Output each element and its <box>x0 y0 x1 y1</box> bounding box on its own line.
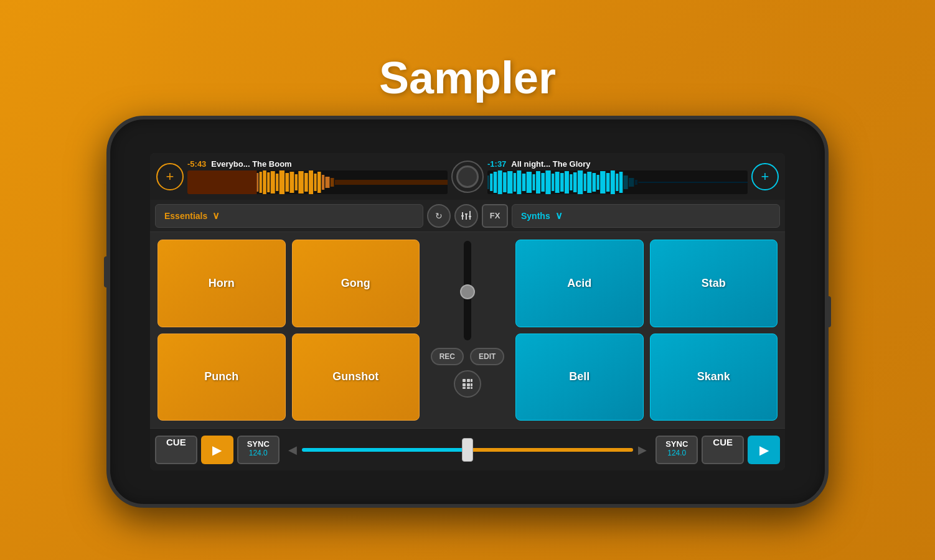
left-play-button[interactable]: ▶ <box>201 436 233 464</box>
svg-rect-29 <box>527 172 532 193</box>
add-right-button[interactable]: + <box>751 163 779 190</box>
add-left-button[interactable]: + <box>156 163 184 190</box>
synths-chevron-icon: ∨ <box>555 210 563 222</box>
svg-rect-57 <box>461 215 464 217</box>
crossfader-left-arrow-icon: ◀ <box>288 443 297 457</box>
device-frame: + -5:43 Everybo... The Boom <box>106 116 829 508</box>
loop-button[interactable]: ↻ <box>427 204 451 228</box>
pad-acid[interactable]: Acid <box>515 240 644 327</box>
svg-rect-0 <box>187 170 256 194</box>
svg-rect-59 <box>469 216 471 217</box>
svg-rect-17 <box>326 177 330 188</box>
edit-button[interactable]: EDIT <box>470 348 504 365</box>
crossfader-vertical[interactable] <box>464 241 471 340</box>
svg-rect-26 <box>514 173 516 192</box>
svg-rect-38 <box>570 174 572 190</box>
svg-rect-34 <box>552 174 554 191</box>
pad-skank[interactable]: Skank <box>650 334 778 421</box>
controls-bar: Essentials ∨ ↻ FX Synths ∨ <box>150 200 785 232</box>
svg-rect-16 <box>322 175 324 190</box>
svg-rect-46 <box>606 173 610 192</box>
synths-label: Synths <box>521 211 550 221</box>
crossfader-track[interactable] <box>302 448 633 452</box>
svg-rect-7 <box>280 170 284 194</box>
page-title: Sampler <box>379 52 556 103</box>
svg-rect-45 <box>600 171 605 194</box>
svg-rect-50 <box>624 175 628 189</box>
essentials-chevron-icon: ∨ <box>212 210 220 222</box>
svg-rect-20 <box>487 175 489 189</box>
left-sync-block[interactable]: SYNC 124.0 <box>237 436 280 464</box>
svg-rect-66 <box>463 387 466 389</box>
right-play-button[interactable]: ▶ <box>748 436 780 464</box>
left-sync-value: 124.0 <box>249 449 268 457</box>
svg-rect-60 <box>463 379 466 382</box>
svg-rect-11 <box>298 171 303 194</box>
svg-rect-35 <box>555 172 560 193</box>
pad-bell[interactable]: Bell <box>515 334 644 421</box>
center-logo <box>451 161 484 193</box>
svg-rect-2 <box>260 172 262 193</box>
pad-stab[interactable]: Stab <box>650 240 778 327</box>
svg-rect-6 <box>276 174 278 191</box>
svg-rect-23 <box>498 170 502 194</box>
svg-rect-8 <box>285 173 289 192</box>
svg-rect-51 <box>629 178 634 187</box>
svg-rect-19 <box>335 180 448 185</box>
svg-rect-41 <box>584 174 586 191</box>
svg-rect-67 <box>467 387 470 389</box>
right-sync-label: SYNC <box>665 439 688 449</box>
right-waveform[interactable] <box>487 170 748 194</box>
svg-rect-21 <box>490 174 492 191</box>
svg-rect-52 <box>635 180 637 185</box>
svg-rect-15 <box>317 172 321 193</box>
pad-gong[interactable]: Gong <box>292 240 420 327</box>
svg-rect-63 <box>463 383 466 386</box>
svg-rect-36 <box>560 173 564 192</box>
svg-rect-58 <box>465 213 468 215</box>
transport-bar: CUE ▶ SYNC 124.0 ◀ ▶ SYNC 124.0 CUE ▶ <box>150 428 785 470</box>
svg-rect-65 <box>471 383 472 386</box>
svg-rect-47 <box>611 170 615 194</box>
svg-rect-3 <box>263 170 266 194</box>
right-pads-area: Acid Stab Bell Skank <box>508 232 785 428</box>
left-cue-button[interactable]: CUE <box>155 436 197 464</box>
svg-rect-49 <box>619 172 623 193</box>
grid-button[interactable] <box>454 370 481 398</box>
synths-dropdown[interactable]: Synths ∨ <box>512 204 780 228</box>
svg-rect-5 <box>271 171 275 194</box>
svg-rect-43 <box>593 173 596 192</box>
svg-rect-25 <box>507 171 512 194</box>
rec-button[interactable]: REC <box>431 348 464 365</box>
pad-horn[interactable]: Horn <box>157 240 286 327</box>
left-pads-area: Horn Gong Punch Gunshot <box>150 232 427 428</box>
svg-rect-1 <box>256 173 258 192</box>
eq-button[interactable] <box>454 204 478 228</box>
right-cue-button[interactable]: CUE <box>702 436 744 464</box>
pad-punch[interactable]: Punch <box>157 334 286 421</box>
svg-rect-31 <box>536 171 540 194</box>
svg-rect-53 <box>638 182 748 183</box>
svg-rect-4 <box>267 172 270 192</box>
svg-rect-27 <box>517 170 521 194</box>
svg-rect-14 <box>314 174 316 191</box>
fx-button[interactable]: FX <box>482 204 508 228</box>
right-deck-info: -1:37 All night... The Glory <box>487 159 748 194</box>
crossfader-thumb[interactable] <box>462 438 473 462</box>
rec-edit-row: REC EDIT <box>431 348 505 365</box>
main-area: Horn Gong Punch Gunshot REC <box>150 232 785 428</box>
crossfader-right-arrow-icon: ▶ <box>638 443 647 457</box>
top-bar: + -5:43 Everybo... The Boom <box>150 153 785 200</box>
svg-rect-24 <box>503 172 507 192</box>
left-waveform[interactable] <box>187 170 448 194</box>
svg-rect-37 <box>565 171 569 194</box>
essentials-dropdown[interactable]: Essentials ∨ <box>155 204 423 228</box>
power-button[interactable] <box>826 296 831 327</box>
svg-rect-48 <box>616 174 618 191</box>
right-sync-block[interactable]: SYNC 124.0 <box>655 436 698 464</box>
pad-gunshot[interactable]: Gunshot <box>292 334 420 421</box>
svg-rect-13 <box>309 170 313 194</box>
svg-rect-28 <box>522 174 526 191</box>
svg-rect-32 <box>541 173 545 192</box>
volume-button[interactable] <box>104 256 109 287</box>
